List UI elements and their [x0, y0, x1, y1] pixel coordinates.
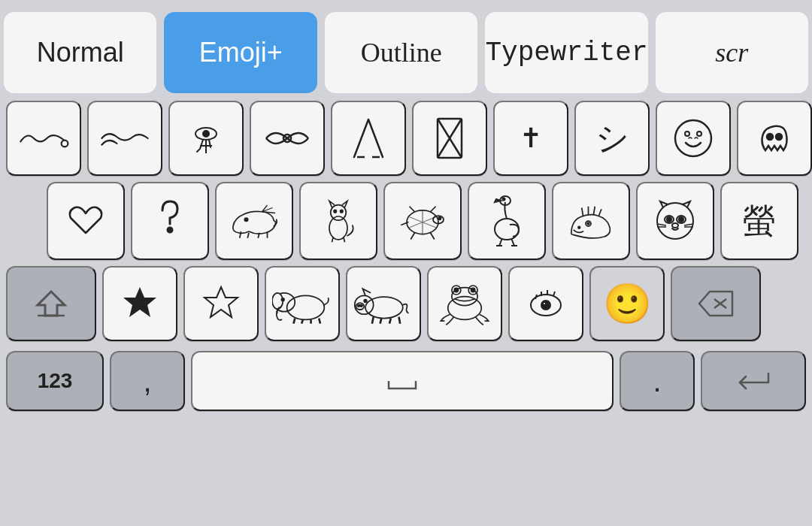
key-star-filled[interactable]	[102, 266, 177, 341]
svg-point-30	[438, 217, 441, 220]
svg-point-33	[503, 198, 505, 201]
key-turtle[interactable]	[383, 182, 462, 260]
key-firefly[interactable]: 螢	[720, 182, 798, 260]
key-row-1: ✝ シ	[6, 101, 806, 176]
svg-line-79	[535, 295, 537, 299]
svg-point-73	[454, 288, 458, 292]
key-elephant[interactable]	[265, 266, 340, 341]
key-row-3: 🙂	[6, 266, 806, 341]
keyboard: ✝ シ	[0, 98, 812, 526]
svg-point-13	[697, 132, 701, 136]
svg-point-25	[341, 210, 343, 212]
svg-line-66	[372, 317, 374, 324]
key-smiley-outline[interactable]	[656, 101, 731, 176]
svg-point-65	[364, 300, 367, 303]
svg-line-34	[499, 238, 502, 246]
svg-point-15	[776, 134, 782, 140]
key-raccoon[interactable]	[636, 182, 714, 260]
key-cross[interactable]: ✝	[493, 101, 568, 176]
svg-line-26	[332, 237, 333, 242]
key-shift[interactable]	[6, 266, 96, 341]
key-shi[interactable]: シ	[574, 101, 650, 176]
key-ghost[interactable]	[737, 101, 812, 176]
svg-point-23	[331, 205, 347, 221]
key-heart[interactable]	[47, 182, 125, 260]
key-triangle[interactable]	[331, 101, 406, 176]
svg-point-55	[281, 298, 284, 301]
svg-marker-51	[205, 287, 238, 317]
svg-point-37	[587, 222, 589, 225]
key-123[interactable]: 123	[6, 351, 104, 411]
key-comma[interactable]: ,	[110, 351, 185, 411]
svg-point-14	[767, 134, 773, 140]
key-goose[interactable]	[468, 182, 546, 260]
svg-point-24	[334, 210, 336, 212]
svg-point-42	[667, 217, 671, 222]
tab-normal[interactable]: Normal	[4, 12, 156, 93]
key-return[interactable]	[701, 351, 806, 411]
svg-point-78	[543, 302, 546, 305]
svg-line-47	[684, 224, 693, 225]
key-backspace[interactable]	[671, 266, 761, 341]
key-space[interactable]	[191, 351, 614, 411]
svg-point-0	[62, 141, 68, 147]
tab-emoji[interactable]: Emoji+	[164, 12, 317, 93]
svg-line-69	[398, 317, 400, 324]
svg-line-56	[293, 319, 295, 324]
svg-point-12	[685, 132, 689, 136]
tab-bar: Normal Emoji+ Outline Typewriter scr	[0, 0, 812, 98]
key-star-outline[interactable]	[183, 266, 259, 341]
svg-line-57	[301, 319, 303, 323]
svg-marker-50	[123, 287, 156, 317]
svg-point-38	[578, 226, 580, 228]
svg-point-43	[679, 217, 683, 222]
key-eye[interactable]	[250, 101, 325, 176]
svg-point-75	[471, 288, 475, 292]
tab-typewriter[interactable]: Typewriter	[485, 12, 647, 93]
key-period[interactable]: .	[620, 351, 695, 411]
svg-point-60	[365, 297, 403, 318]
svg-point-39	[657, 203, 693, 239]
svg-line-82	[553, 292, 555, 296]
key-question[interactable]	[131, 182, 209, 260]
svg-point-44	[672, 223, 678, 228]
svg-line-59	[319, 319, 320, 324]
svg-line-45	[657, 224, 666, 225]
key-frog[interactable]	[427, 266, 502, 341]
key-hippo[interactable]	[215, 182, 293, 260]
key-eye-horus[interactable]	[168, 101, 244, 176]
svg-point-2	[203, 131, 209, 137]
svg-line-35	[511, 238, 514, 246]
svg-point-64	[360, 304, 362, 307]
svg-point-63	[358, 304, 360, 307]
svg-point-16	[168, 228, 172, 232]
key-squiggle1[interactable]	[6, 101, 81, 176]
key-smiley[interactable]: 🙂	[589, 266, 665, 341]
tab-script[interactable]: scr	[656, 12, 808, 93]
svg-line-18	[247, 233, 249, 238]
svg-point-11	[675, 120, 711, 156]
svg-point-21	[244, 218, 247, 221]
key-dragon[interactable]	[552, 182, 630, 260]
key-squiggle2[interactable]	[87, 101, 162, 176]
svg-line-68	[389, 319, 391, 324]
key-row-2: 螢	[6, 182, 806, 260]
tab-outline[interactable]: Outline	[325, 12, 477, 93]
key-eye2[interactable]	[508, 266, 583, 341]
key-row-4: 123 , .	[6, 347, 806, 415]
key-cat[interactable]	[299, 182, 377, 260]
svg-line-27	[344, 237, 345, 242]
key-pig[interactable]	[346, 266, 421, 341]
svg-line-67	[380, 319, 382, 324]
key-hourglass[interactable]	[412, 101, 487, 176]
